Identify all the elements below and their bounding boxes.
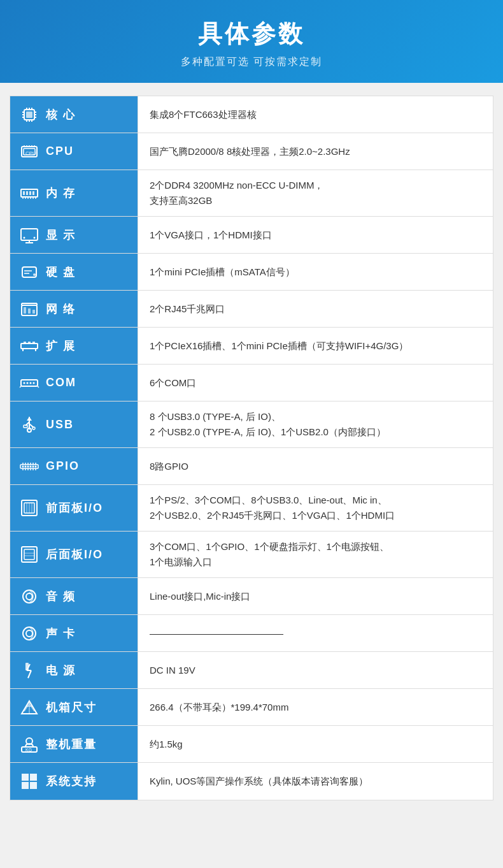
svg-point-100 [26,630,32,637]
audio-icon [19,586,39,607]
spec-label-front-io: 前面板I/O [10,485,138,531]
svg-rect-65 [24,425,27,428]
spec-value-network: 2个RJ45千兆网口 [138,291,493,327]
spec-label-gpio: GPIO [10,448,138,484]
svg-point-74 [32,465,34,467]
spec-label-chassis: 机箱尺寸 [10,689,138,725]
spec-label-usb: USB [10,401,138,447]
svg-point-71 [25,465,27,467]
spec-value-text-audio: Line-out接口,Mic-in接口 [150,589,481,604]
spec-row-rear-io: 后面板I/O3个COM口、1个GPIO、1个硬盘指示灯、1个电源按钮、1个电源输… [10,532,493,578]
svg-rect-52 [32,342,35,344]
spec-label-os: 系统支持 [10,763,138,800]
spec-value-text-display: 1个VGA接口，1个HDMI接口 [150,228,481,243]
spec-row-power: 电 源DC IN 19V [10,652,493,689]
svg-point-99 [23,627,36,640]
power-icon [19,660,39,681]
spec-row-display: 显 示1个VGA接口，1个HDMI接口 [10,217,493,254]
svg-rect-111 [22,774,29,781]
svg-point-59 [33,382,35,384]
svg-text:CPU: CPU [25,150,36,156]
svg-rect-50 [24,342,26,344]
spec-value-text-power: DC IN 19V [150,663,481,678]
spec-label-text-ram: 内 存 [46,185,76,201]
usb-icon [19,414,39,435]
spec-row-weight: KG 整机重量约1.5kg [10,726,493,763]
svg-point-37 [34,236,36,238]
spec-label-display: 显 示 [10,217,138,253]
ram-icon [19,183,39,203]
spec-value-text-com: 6个COM口 [150,375,481,391]
svg-rect-113 [22,782,29,789]
page-title: 具体参数 [13,18,490,50]
spec-label-text-gpio: GPIO [46,459,80,473]
svg-rect-1 [26,112,32,118]
spec-label-expand: 扩 展 [10,328,138,364]
spec-value-ram: 2个DDR4 3200MHz non-ECC U-DIMM，支持至高32GB [138,170,493,216]
svg-rect-26 [32,191,34,195]
svg-rect-94 [24,549,34,560]
spec-label-cpu: CPU CPU [10,133,138,170]
svg-rect-25 [29,191,31,195]
spec-row-network: 网 络2个RJ45千兆网口 [10,291,493,328]
svg-rect-112 [30,774,37,781]
svg-marker-63 [27,417,32,421]
spec-label-text-soundcard: 声 卡 [46,626,76,641]
spec-row-ram: 内 存2个DDR4 3200MHz non-ECC U-DIMM，支持至高32G… [10,170,493,217]
spec-value-rear-io: 3个COM口、1个GPIO、1个硬盘指示灯、1个电源按钮、1个电源输入口 [138,532,493,577]
spec-value-expand: 1个PCIeX16插槽、1个mini PCIe插槽（可支持WIFI+4G/3G） [138,328,493,364]
spec-label-text-rear-io: 后面板I/O [46,547,103,562]
svg-point-58 [30,382,32,384]
svg-line-60 [20,386,21,387]
spec-label-text-power: 电 源 [46,663,76,678]
svg-point-67 [32,427,35,430]
spec-value-gpio: 8路GPIO [138,448,493,484]
core-icon [19,105,39,125]
spec-value-text-rear-io: 3个COM口、1个GPIO、1个硬盘指示灯、1个电源按钮、1个电源输入口 [150,539,481,570]
hdd-icon [19,262,39,282]
spec-label-soundcard: 声 卡 [10,615,138,651]
spec-row-soundcard: 声 卡—————————————— [10,615,493,652]
spec-value-front-io: 1个PS/2、3个COM口、8个USB3.0、Line-out、Mic in、2… [138,485,493,531]
svg-point-75 [35,465,37,467]
spec-value-com: 6个COM口 [138,365,493,401]
spec-label-hdd: 硬 盘 [10,254,138,290]
svg-rect-43 [24,307,26,314]
spec-value-hdd: 1个mini PCIe插槽（mSATA信号） [138,254,493,290]
cpu-icon: CPU [19,141,39,162]
spec-value-usb: 8 个USB3.0 (TYPE-A, 后 IO)、2 个USB2.0 (TYPE… [138,401,493,447]
spec-row-usb: USB8 个USB3.0 (TYPE-A, 后 IO)、2 个USB2.0 (T… [10,401,493,448]
spec-label-core: 核 心 [10,96,138,133]
spec-value-audio: Line-out接口,Mic-in接口 [138,578,493,614]
spec-label-text-cpu: CPU [46,145,74,158]
spec-label-audio: 音 频 [10,578,138,614]
expand-icon [19,336,39,356]
spec-value-text-soundcard: —————————————— [150,626,481,641]
spec-value-text-cpu: 国产飞腾D2000/8 8核处理器，主频2.0~2.3GHz [150,144,481,159]
rear-io-icon [19,544,39,565]
spec-label-text-front-io: 前面板I/O [46,500,103,516]
spec-label-text-core: 核 心 [46,107,76,122]
chassis-icon [19,697,39,718]
svg-point-72 [27,465,29,467]
svg-point-68 [27,428,31,432]
gpio-icon [19,456,39,477]
svg-rect-51 [28,342,31,344]
spec-row-front-io: 前面板I/O1个PS/2、3个COM口、8个USB3.0、Line-out、Mi… [10,485,493,532]
spec-label-text-chassis: 机箱尺寸 [46,700,97,715]
weight-icon: KG [19,734,39,755]
spec-value-text-usb: 8 个USB3.0 (TYPE-A, 后 IO)、2 个USB2.0 (TYPE… [150,409,481,440]
svg-point-39 [33,273,36,276]
spec-value-os: Kylin, UOS等国产操作系统（具体版本请咨询客服） [138,763,493,800]
display-icon [19,225,39,245]
spec-row-com: COM6个COM口 [10,365,493,401]
spec-row-expand: 扩 展1个PCIeX16插槽、1个mini PCIe插槽（可支持WIFI+4G/… [10,328,493,365]
svg-rect-24 [26,191,28,195]
spec-row-os: 系统支持Kylin, UOS等国产操作系统（具体版本请咨询客服） [10,763,493,800]
spec-label-rear-io: 后面板I/O [10,532,138,577]
svg-point-73 [30,465,32,467]
svg-line-104 [28,670,31,678]
network-icon [19,299,39,319]
svg-rect-44 [28,308,31,314]
spec-row-gpio: GPIO8路GPIO [10,448,493,485]
